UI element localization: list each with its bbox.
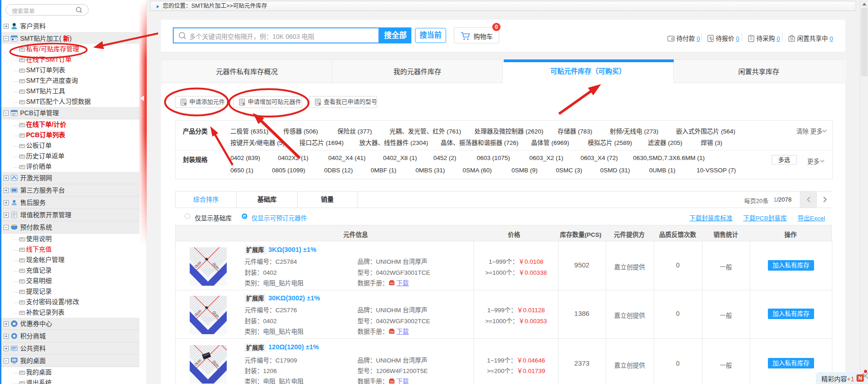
svg-text:PDF: PDF: [390, 283, 394, 285]
svg-text:PDF: PDF: [390, 381, 394, 383]
svg-text:立创商城: 立创商城: [203, 317, 218, 321]
svg-text:PDF: PDF: [390, 331, 394, 333]
svg-text:立创商城: 立创商城: [203, 268, 218, 273]
